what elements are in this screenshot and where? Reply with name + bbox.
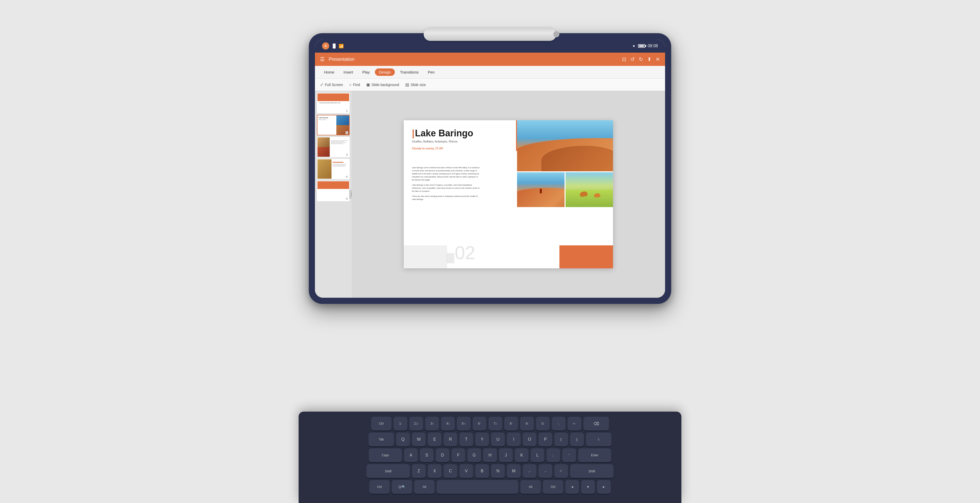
slide-thumb-1[interactable]: LOCATION AND SHOOTING LIST 1 (317, 93, 350, 113)
key-o[interactable]: O (523, 433, 536, 446)
key-slash[interactable]: /? (554, 464, 568, 478)
key-f[interactable]: F (452, 448, 465, 462)
key-q[interactable]: Q (396, 433, 410, 446)
key-comma[interactable]: ,< (523, 464, 536, 478)
key-g[interactable]: G (467, 448, 481, 462)
kbd-row-2: Tab Q W E R T Y U I O P [{ ]} \| (305, 433, 675, 446)
key-n[interactable]: N (491, 464, 505, 478)
close-button[interactable]: ✕ (655, 56, 660, 62)
key-v[interactable]: V (460, 464, 473, 478)
body-para-1: Lake Baringo is the northernmost lake in… (412, 166, 481, 181)
fullscreen-tool[interactable]: ⤢ Full Screen (320, 82, 343, 87)
key-t[interactable]: T (460, 433, 473, 446)
thumb4-lines (332, 162, 348, 167)
thumb4-img (318, 159, 331, 179)
undo-button[interactable]: ↺ (630, 56, 635, 62)
slide-thumb-5[interactable]: 5 (317, 181, 350, 201)
key-semicolon[interactable]: ;: (546, 448, 560, 462)
key-ctrl-left[interactable]: Ctrl (369, 480, 390, 494)
key-0[interactable]: 0) (536, 417, 550, 430)
key-8[interactable]: 8* (504, 417, 518, 430)
key-shift-left[interactable]: Shift (366, 464, 410, 478)
key-minus[interactable]: -_ (552, 417, 566, 430)
key-alt-left[interactable]: Alt (414, 480, 434, 494)
key-u[interactable]: U (491, 433, 505, 446)
status-bar: A ▐▌ 📶 ✦ 08:08 (315, 39, 665, 53)
slide-background-label: Slide background (372, 83, 399, 87)
menu-home[interactable]: Home (320, 68, 339, 76)
slide-thumb-4[interactable]: 4 (317, 159, 350, 179)
key-ctrl-right[interactable]: Ctrl (543, 480, 563, 494)
key-d[interactable]: D (436, 448, 449, 462)
key-4[interactable]: 4$ (441, 417, 455, 430)
key-9[interactable]: 9( (520, 417, 534, 430)
hamburger-menu[interactable]: ☰ (320, 56, 325, 62)
key-3[interactable]: 3# (425, 417, 439, 430)
key-2[interactable]: 2@ (409, 417, 423, 430)
thumb2-img-top (336, 115, 349, 125)
key-a[interactable]: A (404, 448, 418, 462)
key-ctrl[interactable]: Ctrl (371, 417, 391, 430)
key-7[interactable]: 7& (488, 417, 502, 430)
key-e[interactable]: E (428, 433, 442, 446)
slide-thumb-3[interactable]: 3 (317, 137, 350, 157)
key-search[interactable]: Q/🔍 (392, 480, 412, 494)
key-b[interactable]: B (475, 464, 489, 478)
slide-canvas[interactable]: 02 |Lake Baringo Giraffes, Buffalos, Ant… (404, 120, 613, 268)
key-h[interactable]: H (483, 448, 497, 462)
menu-design[interactable]: Design (375, 68, 395, 76)
expand-panel-arrow[interactable]: ❯ (349, 190, 352, 199)
key-c[interactable]: C (444, 464, 457, 478)
slide-size-label: Slide size (410, 83, 426, 87)
kbd-row-3: Caps A S D F G H J K L ;: '" Enter (305, 448, 675, 462)
key-m[interactable]: M (507, 464, 520, 478)
key-enter[interactable]: Enter (578, 448, 611, 462)
key-caps[interactable]: Caps (369, 448, 402, 462)
key-k[interactable]: K (515, 448, 528, 462)
photo-grid (517, 120, 613, 207)
key-alt-right[interactable]: Alt (520, 480, 541, 494)
key-equals[interactable]: =+ (568, 417, 581, 430)
key-1[interactable]: 1! (393, 417, 407, 430)
key-space[interactable] (437, 480, 518, 494)
key-tab[interactable]: Tab (369, 433, 394, 446)
scene: A ▐▌ 📶 ✦ 08:08 ☰ Presentation (0, 0, 980, 503)
key-lbracket[interactable]: [{ (554, 433, 568, 446)
kbd-row-5: Ctrl Q/🔍 Alt Alt Ctrl ◄ ▼ ► (305, 480, 675, 494)
key-j[interactable]: J (499, 448, 513, 462)
key-5[interactable]: 5% (457, 417, 471, 430)
key-r[interactable]: R (444, 433, 457, 446)
menu-play[interactable]: Play (358, 68, 374, 76)
redo-button[interactable]: ↻ (639, 56, 643, 62)
fullscreen-icon: ⤢ (320, 82, 323, 87)
key-right[interactable]: ► (597, 480, 611, 494)
key-s[interactable]: S (420, 448, 434, 462)
key-w[interactable]: W (412, 433, 426, 446)
key-z[interactable]: Z (412, 464, 426, 478)
slide-title[interactable]: |Lake Baringo (412, 128, 473, 138)
key-x[interactable]: X (428, 464, 442, 478)
key-l[interactable]: L (531, 448, 544, 462)
menu-transitions[interactable]: Transitions (396, 68, 423, 76)
slide-size-tool[interactable]: ▤ Slide size (405, 82, 426, 87)
key-shift-right[interactable]: Shift (570, 464, 614, 478)
key-p[interactable]: P (538, 433, 552, 446)
key-y[interactable]: Y (475, 433, 489, 446)
key-quote[interactable]: '" (562, 448, 576, 462)
key-6[interactable]: 6^ (473, 417, 487, 430)
menu-pen[interactable]: Pen (424, 68, 439, 76)
key-backslash[interactable]: \| (586, 433, 611, 446)
person-silhouette (540, 189, 542, 193)
find-tool[interactable]: ○ Find (349, 83, 360, 87)
key-i[interactable]: I (507, 433, 520, 446)
key-backspace[interactable]: ⌫ (584, 417, 609, 430)
share-button[interactable]: ⬆ (647, 56, 652, 62)
key-down[interactable]: ▼ (581, 480, 595, 494)
key-left[interactable]: ◄ (565, 480, 579, 494)
key-rbracket[interactable]: ]} (570, 433, 584, 446)
save-button[interactable]: ⊡ (622, 56, 626, 62)
menu-insert[interactable]: Insert (339, 68, 357, 76)
key-period[interactable]: .> (538, 464, 552, 478)
slide-background-tool[interactable]: ▣ Slide background (366, 82, 399, 87)
slide-thumb-2[interactable]: Lake Baringo Giraffes, Buffalos 2 (317, 115, 350, 135)
